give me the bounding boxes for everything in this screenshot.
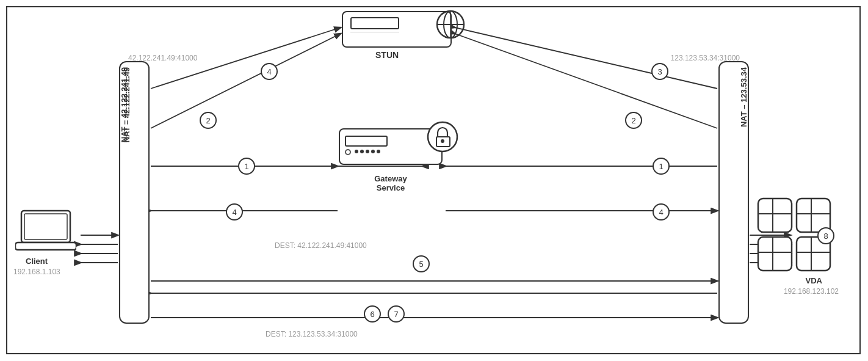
dest-top: DEST: 42.122.241.49:41000: [275, 241, 367, 250]
circle-7: 7: [388, 305, 405, 323]
svg-point-26: [441, 139, 444, 143]
gateway-label: GatewayService: [351, 174, 430, 192]
svg-rect-29: [15, 242, 76, 250]
stun-box: [342, 11, 452, 48]
ip-right-top: 123.123.53.34:31000: [671, 54, 740, 62]
circle-6: 6: [364, 305, 381, 323]
circle-1-left: 1: [238, 158, 255, 175]
circle-2-right: 2: [625, 112, 642, 129]
client-icon: [15, 208, 76, 253]
circle-4-right: 4: [653, 203, 670, 221]
client-ip: 192.168.1.103: [13, 268, 60, 276]
circle-3-right: 3: [651, 63, 668, 80]
stun-label: STUN: [375, 50, 399, 60]
gateway-box: [339, 128, 443, 165]
circle-4-left: 4: [226, 203, 243, 221]
circle-3-left: 4: [261, 63, 278, 80]
diagram: NAT – 42.122.241.49 NAT – 42.122.241.49 …: [0, 0, 868, 361]
circle-1-right: 1: [653, 158, 670, 175]
nat-left-label-text: NAT – 42.122.241.49: [120, 67, 129, 142]
vda-label: VDA: [806, 276, 822, 285]
svg-rect-28: [24, 214, 67, 239]
svg-rect-37: [758, 237, 792, 271]
svg-rect-31: [758, 199, 792, 232]
nat-right-label-text: NAT – 123.53.34: [739, 67, 748, 127]
circle-2-left: 2: [200, 112, 217, 129]
ip-left-top: 42.122.241.49:41000: [128, 54, 197, 62]
circle-8: 8: [817, 227, 834, 244]
circle-5: 5: [413, 255, 430, 272]
vda-ip: 192.168.123.102: [784, 287, 839, 296]
dest-bottom: DEST: 123.123.53.34:31000: [266, 330, 358, 338]
client-label: Client: [26, 257, 48, 266]
